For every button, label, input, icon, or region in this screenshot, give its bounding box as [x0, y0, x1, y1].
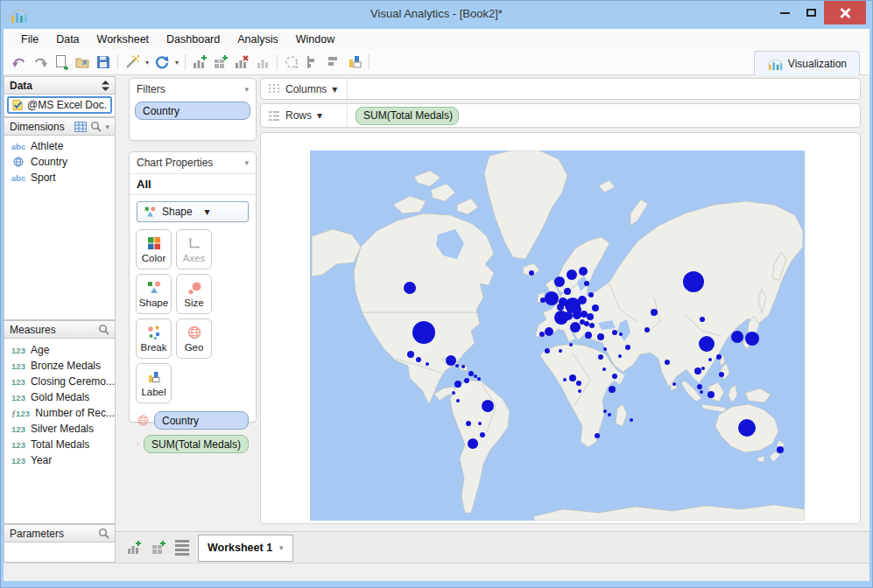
map-bubble[interactable]: [480, 432, 485, 438]
filters-menu-caret[interactable]: [244, 85, 249, 94]
map-bubble[interactable]: [777, 446, 784, 453]
map-bubble[interactable]: [407, 351, 414, 358]
shape-button[interactable]: Shape: [136, 274, 172, 314]
map-bubble[interactable]: [589, 323, 595, 328]
maximize-button[interactable]: [798, 1, 824, 24]
map-bubble[interactable]: [564, 312, 573, 320]
map-bubble[interactable]: [592, 304, 599, 312]
map-bubble[interactable]: [576, 381, 581, 386]
map-bubble[interactable]: [468, 438, 478, 449]
rows-caret[interactable]: [317, 109, 340, 122]
map-bubble[interactable]: [588, 292, 594, 298]
label-chart-button[interactable]: [344, 52, 365, 72]
filter-pill-country[interactable]: Country: [135, 102, 250, 120]
search-icon[interactable]: [98, 324, 109, 335]
map-bubble[interactable]: [468, 371, 474, 376]
map-bubble[interactable]: [597, 333, 604, 340]
measure-item-bronze-medals[interactable]: 123Bronze Medals: [4, 358, 115, 374]
chart-properties-header[interactable]: Chart Properties: [130, 152, 256, 173]
map-bubble[interactable]: [708, 391, 715, 398]
menu-file[interactable]: File: [12, 29, 47, 50]
sort-descending-button[interactable]: [323, 52, 344, 72]
save-button[interactable]: [93, 52, 114, 72]
map-bubble[interactable]: [452, 391, 455, 395]
map-bubble[interactable]: [569, 374, 576, 382]
map-bubble[interactable]: [584, 281, 589, 286]
dimension-item-country[interactable]: Country: [4, 154, 115, 170]
map-bubble[interactable]: [598, 354, 603, 360]
map-bubble[interactable]: [426, 362, 429, 366]
map-bubble[interactable]: [455, 364, 459, 368]
columns-caret[interactable]: [332, 83, 340, 95]
map-bubble[interactable]: [579, 267, 588, 276]
wand-dropdown-caret[interactable]: [143, 59, 151, 66]
map-bubble[interactable]: [557, 304, 564, 311]
map-bubble[interactable]: [683, 271, 704, 292]
visualization-tab[interactable]: Visualization: [754, 51, 860, 75]
refresh-button[interactable]: [151, 52, 172, 72]
map-bubble[interactable]: [569, 343, 573, 346]
new-dashboard-icon[interactable]: [151, 540, 166, 556]
new-worksheet-icon[interactable]: [126, 540, 142, 556]
map-bubble[interactable]: [554, 276, 565, 287]
chart-properties-menu-caret[interactable]: [244, 158, 249, 167]
map-bubble[interactable]: [700, 390, 703, 394]
dimensions-menu-caret[interactable]: [105, 122, 109, 131]
map-bubble[interactable]: [540, 298, 546, 303]
open-button[interactable]: [72, 52, 93, 72]
map-bubble[interactable]: [701, 367, 705, 370]
map-bubble[interactable]: [412, 321, 435, 344]
delete-worksheet-button[interactable]: [231, 52, 252, 72]
map-bubble[interactable]: [619, 332, 623, 336]
map-bubble[interactable]: [474, 374, 477, 378]
map-bubble[interactable]: [578, 389, 581, 393]
map-bubble[interactable]: [564, 288, 571, 295]
map-bubble[interactable]: [464, 378, 469, 383]
map-bubble[interactable]: [446, 355, 456, 366]
add-dashboard-button[interactable]: [210, 52, 231, 72]
map-bubble[interactable]: [602, 368, 606, 371]
map-bubble[interactable]: [581, 311, 588, 318]
measure-item-age[interactable]: 123Age: [4, 342, 115, 358]
map-bubble[interactable]: [539, 332, 545, 337]
map-bubble[interactable]: [603, 347, 607, 351]
map-bubble[interactable]: [456, 399, 460, 402]
map-bubble[interactable]: [697, 384, 702, 389]
measure-item-total-medals[interactable]: 123Total Medals: [4, 437, 115, 452]
dimension-item-athlete[interactable]: abc Athlete: [4, 138, 115, 154]
map-bubble[interactable]: [716, 354, 722, 360]
map-bubble[interactable]: [567, 270, 577, 280]
world-map[interactable]: [310, 150, 805, 521]
map-bubble[interactable]: [618, 354, 622, 358]
menu-data[interactable]: Data: [47, 29, 88, 50]
map-bubble[interactable]: [672, 382, 676, 386]
parameters-section-header[interactable]: Parameters: [4, 524, 116, 542]
map-bubble[interactable]: [694, 368, 701, 374]
sort-toggle-icon[interactable]: [102, 80, 109, 91]
menu-window[interactable]: Window: [287, 29, 343, 50]
map-bubble[interactable]: [603, 410, 607, 413]
measure-item-number-of-records[interactable]: ƒ123Number of Rec...: [4, 405, 115, 421]
close-button[interactable]: [824, 1, 866, 24]
menu-worksheet[interactable]: Worksheet: [88, 29, 158, 50]
measure-item-year[interactable]: 123Year: [4, 452, 115, 468]
measures-section-header[interactable]: Measures: [4, 320, 116, 339]
dimension-item-sport[interactable]: abc Sport: [4, 170, 115, 186]
columns-shelf-label[interactable]: Columns: [261, 79, 348, 99]
color-button[interactable]: Color: [136, 229, 172, 270]
data-source-item[interactable]: @MS Excel Doc...: [7, 96, 112, 114]
map-bubble[interactable]: [482, 400, 494, 412]
map-bubble[interactable]: [595, 433, 600, 438]
geo-pill-country[interactable]: Country: [154, 411, 249, 430]
table-icon[interactable]: [74, 122, 87, 132]
map-bubble[interactable]: [738, 419, 756, 437]
measure-item-closing-ceremony[interactable]: 123Closing Ceremo...: [4, 374, 115, 389]
map-bubble[interactable]: [563, 378, 567, 382]
map-bubble[interactable]: [665, 360, 670, 365]
size-button[interactable]: Size: [176, 274, 212, 314]
measure-item-gold-medals[interactable]: 123Gold Medals: [4, 389, 115, 405]
map-bubble[interactable]: [651, 309, 658, 316]
geo-button[interactable]: Geo: [176, 318, 212, 359]
search-icon[interactable]: [90, 121, 102, 132]
map-bubble[interactable]: [454, 381, 461, 388]
